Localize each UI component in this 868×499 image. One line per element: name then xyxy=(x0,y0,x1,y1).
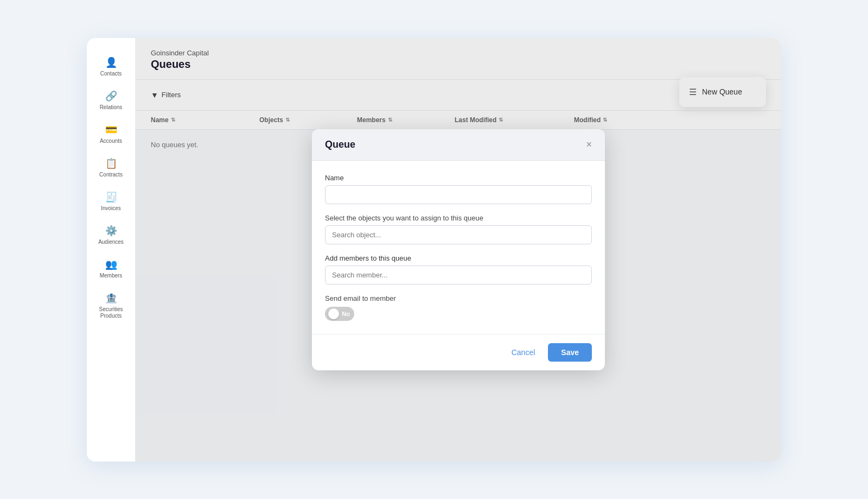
sidebar-item-members-label: Members xyxy=(100,273,123,279)
sidebar-item-invoices-label: Invoices xyxy=(101,205,121,212)
sidebar-item-contracts[interactable]: 📋 Contracts xyxy=(92,152,131,184)
email-toggle[interactable]: No xyxy=(325,307,354,321)
name-label: Name xyxy=(325,174,592,182)
objects-field-group: Select the objects you want to assign to… xyxy=(325,214,592,244)
objects-label: Select the objects you want to assign to… xyxy=(325,214,592,222)
toggle-slider: No xyxy=(325,307,354,321)
relations-icon: 🔗 xyxy=(105,90,117,102)
toggle-thumb xyxy=(328,308,339,319)
email-toggle-label: Send email to member xyxy=(325,294,592,302)
members-field-group: Add members to this queue xyxy=(325,254,592,285)
members-label: Add members to this queue xyxy=(325,254,592,262)
accounts-icon: 💳 xyxy=(105,124,117,136)
sidebar: 👤 Contacts 🔗 Relations 💳 Accounts 📋 Cont… xyxy=(87,38,136,462)
members-icon: 👥 xyxy=(105,258,117,270)
sidebar-item-relations[interactable]: 🔗 Relations xyxy=(92,85,131,116)
contacts-icon: 👤 xyxy=(105,56,117,68)
securities-icon: 🏦 xyxy=(105,292,117,304)
email-toggle-wrapper[interactable]: No xyxy=(325,307,592,321)
sidebar-item-accounts[interactable]: 💳 Accounts xyxy=(92,118,131,150)
sidebar-item-members[interactable]: 👥 Members xyxy=(92,253,131,285)
save-button[interactable]: Save xyxy=(548,343,592,362)
cancel-button[interactable]: Cancel xyxy=(505,344,542,361)
invoices-icon: 🧾 xyxy=(105,191,117,203)
sidebar-item-relations-label: Relations xyxy=(100,104,123,111)
sidebar-item-contracts-label: Contracts xyxy=(99,172,123,178)
sidebar-item-accounts-label: Accounts xyxy=(100,138,122,144)
audiences-icon: ⚙️ xyxy=(105,225,117,237)
modal-title: Queue xyxy=(325,139,355,150)
queue-modal: Queue × Name Select the objects you want… xyxy=(312,129,605,370)
modal-overlay: Queue × Name Select the objects you want… xyxy=(136,38,781,462)
modal-close-button[interactable]: × xyxy=(586,140,592,149)
sidebar-item-audiences-label: Audiences xyxy=(98,239,124,245)
sidebar-item-contacts[interactable]: 👤 Contacts xyxy=(92,51,131,83)
objects-search-input[interactable] xyxy=(325,225,592,244)
sidebar-item-invoices[interactable]: 🧾 Invoices xyxy=(92,186,131,217)
modal-footer: Cancel Save xyxy=(312,334,605,370)
sidebar-item-contacts-label: Contacts xyxy=(100,71,122,77)
modal-header: Queue × xyxy=(312,129,605,161)
name-field-group: Name xyxy=(325,174,592,204)
sidebar-item-audiences[interactable]: ⚙️ Audiences xyxy=(92,219,131,251)
contracts-icon: 📋 xyxy=(105,157,117,169)
main-content: Goinsinder Capital Queues ▼ Filters Acti… xyxy=(136,38,781,462)
toggle-no-text: No xyxy=(342,311,350,317)
name-input[interactable] xyxy=(325,185,592,204)
sidebar-item-securities[interactable]: 🏦 Securities Products xyxy=(92,287,131,325)
sidebar-item-securities-label: Securities Products xyxy=(96,306,126,319)
members-search-input[interactable] xyxy=(325,266,592,285)
modal-body: Name Select the objects you want to assi… xyxy=(312,161,605,334)
email-toggle-group: Send email to member No xyxy=(325,294,592,321)
